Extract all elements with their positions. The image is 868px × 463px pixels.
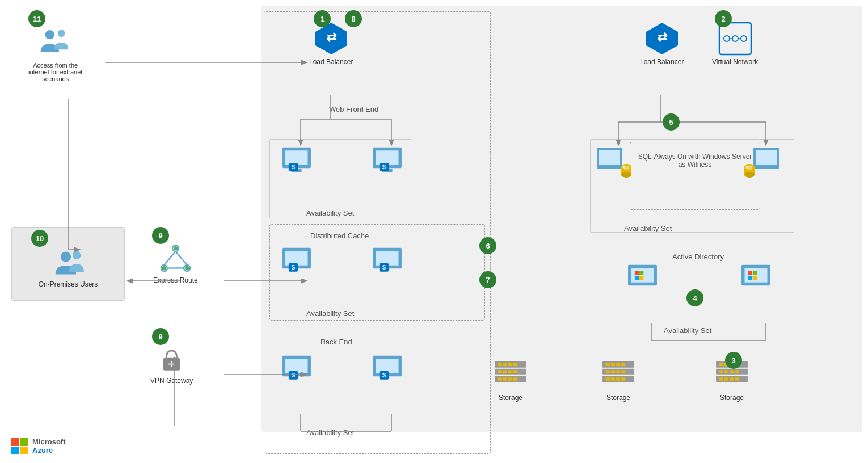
svg-rect-131 [719, 363, 723, 367]
svg-rect-101 [498, 363, 502, 367]
svg-rect-125 [611, 377, 615, 381]
express-route-label: Express Route [153, 276, 198, 284]
badge-9-er: 9 [152, 227, 169, 244]
svg-rect-140 [724, 377, 728, 381]
vpn-gateway-block: ✛ VPN Gateway [150, 343, 193, 385]
availability-set-ad-label: Availability Set [664, 326, 711, 335]
svg-rect-136 [724, 370, 728, 373]
storage-2-label: Storage [606, 394, 630, 402]
badge-6: 6 [479, 237, 496, 254]
svg-line-58 [164, 251, 175, 265]
vm-backend-left: S [281, 355, 312, 383]
badge-8: 8 [345, 10, 362, 27]
svg-rect-123 [621, 370, 625, 373]
vm-backend-right-icon: S [372, 355, 403, 383]
svg-rect-90 [635, 276, 639, 280]
back-end-label: Back End [321, 338, 352, 346]
vpn-gateway-icon: ✛ [156, 343, 187, 374]
virtual-network-label: Virtual Network [712, 58, 758, 66]
svg-rect-124 [606, 377, 610, 381]
load-balancer-right-icon: ⇄ [645, 22, 679, 56]
svg-text:✛: ✛ [168, 360, 175, 369]
storage-1-block: Storage [494, 360, 528, 402]
vm-ad-right-icon [740, 264, 772, 292]
svg-point-53 [60, 251, 70, 262]
svg-rect-104 [513, 363, 517, 367]
svg-rect-106 [503, 370, 507, 373]
svg-rect-122 [616, 370, 620, 373]
virtual-network-block: Virtual Network [712, 22, 758, 66]
availability-set-backend-label: Availability Set [306, 428, 354, 437]
svg-rect-137 [730, 370, 734, 373]
svg-rect-103 [508, 363, 512, 367]
svg-rect-91 [639, 276, 643, 280]
svg-rect-127 [621, 377, 625, 381]
svg-rect-108 [513, 370, 517, 373]
express-route-icon [160, 243, 191, 274]
badge-7: 7 [479, 271, 496, 288]
sql-availability-box [590, 139, 794, 233]
svg-point-68 [732, 36, 738, 41]
svg-rect-94 [748, 271, 752, 275]
svg-rect-110 [503, 377, 507, 381]
svg-rect-50 [376, 359, 399, 373]
svg-text:S: S [382, 372, 386, 378]
load-balancer-right-block: ⇄ Load Balancer [640, 22, 684, 66]
active-directory-label: Active Directory [672, 252, 724, 261]
storage-2-block: Storage [601, 360, 635, 402]
svg-rect-120 [606, 370, 610, 373]
diagram-container: 11 Access from the internet for extranet… [0, 0, 868, 463]
badge-5: 5 [663, 113, 680, 131]
azure-squares-icon [11, 438, 28, 454]
svg-rect-138 [735, 370, 739, 373]
svg-rect-126 [616, 377, 620, 381]
internet-users-icon [37, 26, 74, 60]
svg-rect-112 [513, 377, 517, 381]
svg-rect-97 [753, 276, 757, 280]
storage-1-label: Storage [499, 394, 523, 402]
vm-backend-right: S [372, 355, 403, 383]
svg-rect-89 [639, 271, 643, 275]
storage-1-icon [494, 360, 528, 392]
azure-label: Azure [32, 446, 66, 454]
svg-rect-118 [616, 363, 620, 367]
svg-rect-119 [621, 363, 625, 367]
svg-point-54 [72, 251, 81, 259]
vm-ad-left [627, 264, 658, 292]
svg-rect-141 [730, 377, 734, 381]
cache-dotted-box [269, 224, 485, 321]
svg-rect-105 [498, 370, 502, 373]
badge-11: 11 [28, 10, 45, 27]
svg-rect-116 [606, 363, 610, 367]
vm-backend-left-icon: S [281, 355, 312, 383]
svg-rect-102 [503, 363, 507, 367]
svg-point-67 [724, 36, 730, 41]
badge-10: 10 [31, 230, 48, 247]
svg-text:⇄: ⇄ [657, 30, 668, 44]
badge-1: 1 [314, 10, 331, 27]
vpn-gateway-label: VPN Gateway [150, 377, 193, 385]
express-route-block: Express Route [153, 243, 198, 284]
badge-4: 4 [686, 289, 703, 306]
svg-point-61 [174, 246, 178, 250]
svg-point-62 [162, 266, 166, 270]
svg-text:S: S [292, 372, 296, 378]
on-premises-users-icon [53, 249, 84, 277]
svg-rect-111 [508, 377, 512, 381]
on-premises-users-label: On-Premises Users [39, 280, 98, 288]
on-premises-box: On-Premises Users [11, 227, 125, 301]
vm-ad-right [740, 264, 772, 292]
svg-point-23 [45, 30, 54, 39]
svg-rect-135 [719, 370, 723, 373]
svg-line-59 [175, 251, 187, 265]
svg-rect-46 [285, 359, 308, 373]
ms-azure-logo: Microsoft Azure [11, 437, 66, 454]
svg-point-69 [741, 36, 747, 41]
storage-2-icon [601, 360, 635, 392]
badge-9-vpn: 9 [152, 328, 169, 345]
svg-point-63 [185, 266, 189, 270]
svg-rect-95 [753, 271, 757, 275]
storage-3-label: Storage [720, 394, 744, 402]
svg-rect-109 [498, 377, 502, 381]
svg-point-24 [58, 30, 65, 37]
